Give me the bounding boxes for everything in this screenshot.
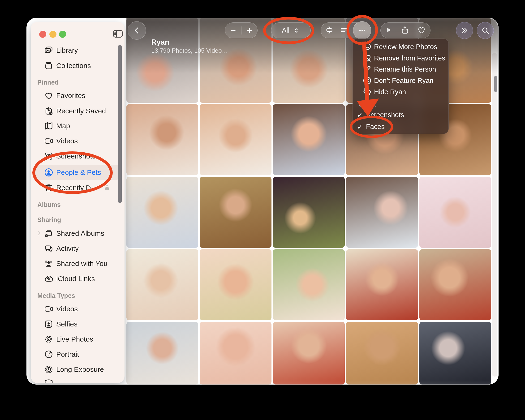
sidebar-item-people-pets[interactable]: People & Pets	[36, 165, 120, 180]
sidebar-item-screenshots[interactable]: Screenshots	[36, 149, 120, 164]
sidebar-item-live-photos[interactable]: Live Photos	[36, 332, 120, 347]
sidebar-item-long-exposure[interactable]: Long Exposure	[36, 362, 120, 377]
back-button[interactable]	[128, 21, 146, 40]
menu-item-label: Review More Photos	[374, 43, 437, 51]
photo-thumbnail[interactable]	[126, 177, 198, 248]
share-button[interactable]	[400, 25, 410, 36]
sidebar-item-label: Shared with You	[56, 260, 107, 268]
photo-thumbnail[interactable]	[346, 177, 418, 248]
sidebar-item-recently-saved[interactable]: Recently Saved	[36, 103, 120, 119]
sidebar-item-icloud-links[interactable]: iCloud Links	[36, 271, 120, 286]
sidebar-toggle-button[interactable]	[113, 29, 123, 38]
shared-with-you-icon	[44, 259, 53, 268]
photo-thumbnail[interactable]	[273, 249, 345, 320]
menu-item-label: Hide Ryan	[374, 88, 406, 96]
sidebar-item-videos[interactable]: Videos	[36, 133, 120, 149]
long-exposure-icon	[44, 365, 53, 374]
menu-item-label: Don’t Feature Ryan	[374, 77, 433, 84]
sidebar-item-label: Favorites	[56, 92, 85, 100]
minimize-window-button[interactable]	[49, 31, 56, 38]
more-button[interactable]	[353, 21, 371, 39]
photo-thumbnail[interactable]	[200, 249, 272, 320]
page-title: Ryan	[151, 38, 228, 47]
sidebar-item-label: Videos	[56, 137, 78, 145]
menu-item-rename-this-person[interactable]: Rename this Person	[353, 64, 449, 75]
heart-icon	[417, 26, 426, 35]
zoom-window-button[interactable]	[59, 31, 66, 38]
sidebar-item-label: Live Photos	[56, 335, 93, 343]
photo-thumbnail[interactable]	[419, 322, 491, 384]
sidebar-item-activity[interactable]: Activity	[36, 241, 120, 256]
sidebar-item-videos[interactable]: Videos	[36, 301, 120, 317]
heart-icon	[44, 91, 53, 100]
menu-item-review-more-photos[interactable]: Review More Photos	[353, 41, 449, 52]
zoom-out-button[interactable]: −	[225, 23, 241, 38]
photo-thumbnail[interactable]	[200, 322, 272, 384]
photo-thumbnail[interactable]	[346, 322, 418, 384]
sort-options-button[interactable]	[339, 25, 349, 36]
menu-item-label: Remove from Favorites	[374, 54, 445, 62]
photo-thumbnail[interactable]	[419, 249, 491, 320]
photo-thumbnail[interactable]	[419, 177, 491, 248]
sidebar-item-label: iCloud Links	[56, 275, 95, 283]
sidebar: LibraryCollectionsPinnedFavoritesRecentl…	[31, 22, 124, 383]
fit-vertical-icon	[325, 26, 334, 35]
sort-lines-icon	[339, 26, 348, 35]
panorama-icon	[44, 378, 53, 383]
sidebar-item-portrait[interactable]: fPortrait	[36, 347, 120, 362]
portrait-icon: f	[44, 350, 53, 359]
fit-to-view-button[interactable]	[324, 25, 335, 36]
lock-icon	[103, 184, 111, 191]
sidebar-item-map[interactable]: Map	[36, 118, 120, 133]
sidebar-item-library[interactable]: Library	[36, 43, 120, 58]
sidebar-item-shared-albums[interactable]: Shared Albums	[36, 226, 120, 241]
sidebar-item-label: People & Pets	[56, 168, 101, 177]
toolbar-overflow-button[interactable]	[456, 22, 473, 39]
menu-item-don-t-feature-ryan[interactable]: Don’t Feature Ryan	[353, 75, 449, 86]
menu-option-screenshots[interactable]: ✓Screenshots	[353, 109, 449, 120]
chevron-left-icon	[131, 25, 142, 36]
sidebar-scrollbar-thumb[interactable]	[118, 45, 122, 203]
selfies-icon	[44, 319, 53, 329]
sidebar-toggle-icon	[113, 36, 123, 39]
search-button[interactable]	[477, 22, 494, 39]
photo-thumbnail[interactable]	[346, 249, 418, 320]
photo-thumbnail[interactable]	[126, 322, 198, 384]
sidebar-item-shared-with-you[interactable]: Shared with You	[36, 256, 120, 271]
checkmark-icon: ✓	[357, 123, 363, 131]
page-subtitle: 13,790 Photos, 105 Video…	[151, 47, 228, 54]
disclosure-chevron-icon[interactable]	[36, 230, 42, 236]
sidebar-item-selfies[interactable]: Selfies	[36, 317, 120, 332]
ellipsis-icon	[357, 25, 367, 36]
activity-icon	[44, 244, 53, 253]
play-slideshow-button[interactable]	[383, 25, 394, 36]
photo-thumbnail[interactable]	[200, 104, 272, 175]
sidebar-item-collections[interactable]: Collections	[36, 58, 120, 73]
search-icon	[480, 25, 490, 36]
icloud-icon	[44, 274, 53, 283]
photo-thumbnail[interactable]	[126, 249, 198, 320]
content-scrollbar-thumb[interactable]	[494, 76, 497, 92]
menu-item-hide-ryan[interactable]: Hide Ryan	[353, 86, 449, 97]
photo-thumbnail[interactable]	[126, 104, 198, 175]
x-circle-icon	[362, 75, 372, 85]
screenshots-icon	[44, 151, 53, 161]
filter-popup-button[interactable]: All	[271, 22, 311, 38]
photo-thumbnail[interactable]	[200, 177, 272, 248]
menu-option-faces[interactable]: ✓Faces	[353, 121, 449, 132]
menu-show-section-label: Show:	[359, 101, 377, 108]
photo-thumbnail[interactable]	[273, 177, 345, 248]
sidebar-item-label: Collections	[56, 62, 91, 70]
sidebar-item-panorama[interactable]	[36, 375, 120, 383]
favorite-button[interactable]	[416, 25, 427, 36]
photo-thumbnail[interactable]	[273, 104, 345, 175]
menu-item-remove-from-favorites[interactable]: Remove from Favorites	[353, 53, 449, 64]
sidebar-item-favorites[interactable]: Favorites	[36, 88, 120, 103]
photos-app-window: Ryan 13,790 Photos, 105 Video… − + All	[27, 18, 498, 384]
photo-thumbnail[interactable]	[273, 322, 345, 384]
close-window-button[interactable]	[39, 31, 46, 38]
library-icon	[44, 46, 53, 55]
sidebar-item-label: Videos	[56, 305, 78, 313]
sidebar-item-recently-d[interactable]: Recently D…	[36, 180, 120, 195]
zoom-in-button[interactable]: +	[242, 23, 257, 38]
